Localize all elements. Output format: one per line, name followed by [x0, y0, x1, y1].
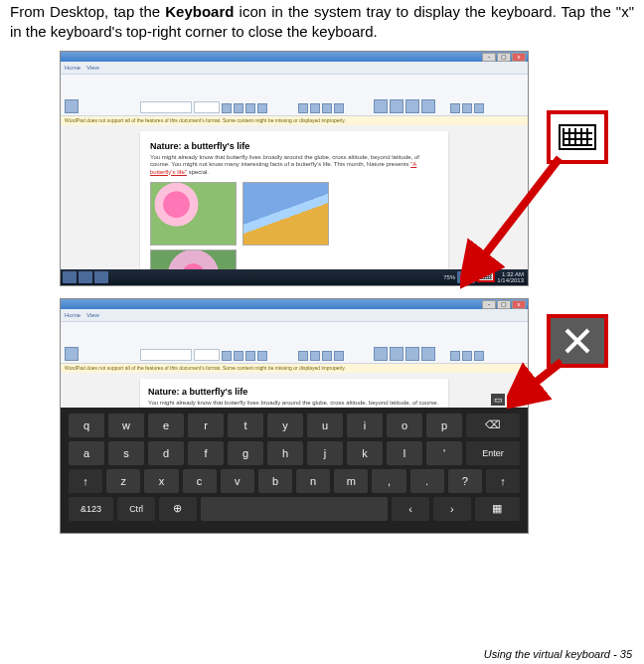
minimize-button[interactable]: - [482, 53, 496, 62]
key-u[interactable]: u [307, 414, 343, 437]
tray-clock[interactable]: 1:32 AM 1/14/2013 [497, 271, 526, 283]
ribbon-toolbar [61, 75, 528, 116]
key-k[interactable]: k [347, 441, 383, 465]
key-h[interactable]: h [267, 441, 303, 465]
task-explorer[interactable] [94, 271, 108, 283]
key-space[interactable] [201, 497, 389, 521]
close-button[interactable]: x [512, 53, 526, 62]
tab-view[interactable]: View [86, 312, 99, 318]
key-g[interactable]: g [228, 441, 263, 465]
align-left-icon[interactable] [298, 351, 308, 361]
find-icon[interactable] [450, 103, 460, 113]
key-comma[interactable]: , [372, 469, 405, 493]
size-select[interactable] [194, 101, 220, 113]
bold-icon[interactable] [222, 351, 232, 361]
key-question[interactable]: ? [448, 469, 482, 493]
object-icon[interactable] [421, 99, 435, 113]
key-j[interactable]: j [307, 441, 343, 465]
find-icon[interactable] [450, 351, 460, 361]
key-y[interactable]: y [267, 414, 303, 437]
key-v[interactable]: v [221, 469, 254, 493]
key-s[interactable]: s [108, 441, 144, 465]
key-x[interactable]: x [144, 469, 178, 493]
color-icon[interactable] [257, 103, 267, 113]
font-select[interactable] [140, 101, 192, 113]
key-n[interactable]: n [296, 469, 330, 493]
key-layout[interactable]: ▦ [475, 497, 520, 521]
paste-icon[interactable] [65, 347, 79, 361]
align-left-icon[interactable] [298, 103, 308, 113]
key-globe[interactable]: ⊕ [159, 497, 197, 521]
task-ie[interactable] [79, 271, 92, 283]
align-center-icon[interactable] [310, 351, 320, 361]
key-z[interactable]: z [106, 469, 140, 493]
paint-icon[interactable] [390, 99, 403, 113]
osk-close-button[interactable]: x [508, 394, 522, 406]
minimize-button[interactable]: - [482, 300, 496, 309]
list-icon[interactable] [334, 351, 344, 361]
key-r[interactable]: r [188, 414, 224, 437]
key-f[interactable]: f [188, 441, 224, 465]
italic-icon[interactable] [234, 103, 243, 113]
align-right-icon[interactable] [322, 103, 332, 113]
underline-icon[interactable] [245, 103, 255, 113]
screenshot-desktop-tray: - ▢ x Home View WordPad does not support… [60, 51, 529, 286]
list-icon[interactable] [334, 103, 344, 113]
osk-dock-icon[interactable]: ▭ [491, 394, 505, 406]
key-enter[interactable]: Enter [466, 441, 520, 465]
tab-home[interactable]: Home [65, 65, 80, 71]
key-left[interactable]: ‹ [392, 497, 429, 521]
key-p[interactable]: p [426, 414, 462, 437]
key-i[interactable]: i [347, 414, 383, 437]
osk-row4: &123 Ctrl ⊕ ‹ › ▦ [69, 497, 520, 521]
picture-icon[interactable] [374, 347, 388, 361]
key-shift-right[interactable]: ↑ [486, 469, 520, 493]
key-b[interactable]: b [258, 469, 292, 493]
selectall-icon[interactable] [474, 351, 484, 361]
color-icon[interactable] [257, 351, 267, 361]
bold-icon[interactable] [222, 103, 232, 113]
selectall-icon[interactable] [474, 103, 484, 113]
datetime-icon[interactable] [405, 347, 419, 361]
italic-icon[interactable] [234, 351, 243, 361]
key-o[interactable]: o [387, 414, 422, 437]
tray-network-icon[interactable] [457, 271, 465, 283]
close-button[interactable]: x [512, 300, 526, 309]
size-select[interactable] [194, 349, 220, 361]
replace-icon[interactable] [462, 351, 472, 361]
maximize-button[interactable]: ▢ [497, 300, 511, 309]
tab-view[interactable]: View [86, 65, 99, 71]
key-numsym[interactable]: &123 [69, 497, 113, 521]
key-t[interactable]: t [228, 414, 263, 437]
font-select[interactable] [140, 349, 192, 361]
start-button[interactable] [63, 271, 77, 283]
underline-icon[interactable] [245, 351, 255, 361]
tab-home[interactable]: Home [65, 312, 80, 318]
key-a[interactable]: a [69, 441, 104, 465]
key-c[interactable]: c [183, 469, 217, 493]
datetime-icon[interactable] [405, 99, 419, 113]
key-l[interactable]: l [387, 441, 422, 465]
key-q[interactable]: q [69, 414, 104, 437]
tray-keyboard-icon[interactable] [477, 271, 495, 282]
key-backspace[interactable]: ⌫ [466, 414, 520, 437]
replace-icon[interactable] [462, 103, 472, 113]
key-e[interactable]: e [148, 414, 184, 437]
paint-icon[interactable] [390, 347, 403, 361]
object-icon[interactable] [421, 347, 435, 361]
tray-volume-icon[interactable] [467, 271, 475, 283]
key-right[interactable]: › [433, 497, 471, 521]
key-ctrl[interactable]: Ctrl [117, 497, 155, 521]
key-period[interactable]: . [410, 469, 444, 493]
key-shift-left[interactable]: ↑ [69, 469, 102, 493]
align-center-icon[interactable] [310, 103, 320, 113]
key-d[interactable]: d [148, 441, 184, 465]
key-m[interactable]: m [334, 469, 368, 493]
paste-icon[interactable] [65, 99, 79, 113]
picture-icon[interactable] [374, 99, 388, 113]
key-apostrophe[interactable]: ' [426, 441, 462, 465]
key-w[interactable]: w [108, 414, 144, 437]
maximize-button[interactable]: ▢ [497, 53, 511, 62]
align-right-icon[interactable] [322, 351, 332, 361]
window-titlebar: - ▢ x [61, 299, 528, 309]
